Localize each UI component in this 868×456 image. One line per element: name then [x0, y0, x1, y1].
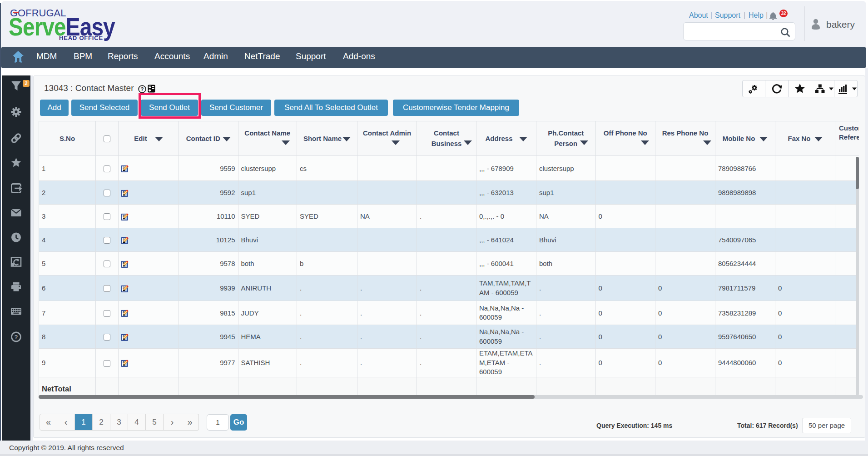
svg-text:?: ? — [140, 86, 144, 92]
svg-text:?: ? — [15, 334, 18, 341]
